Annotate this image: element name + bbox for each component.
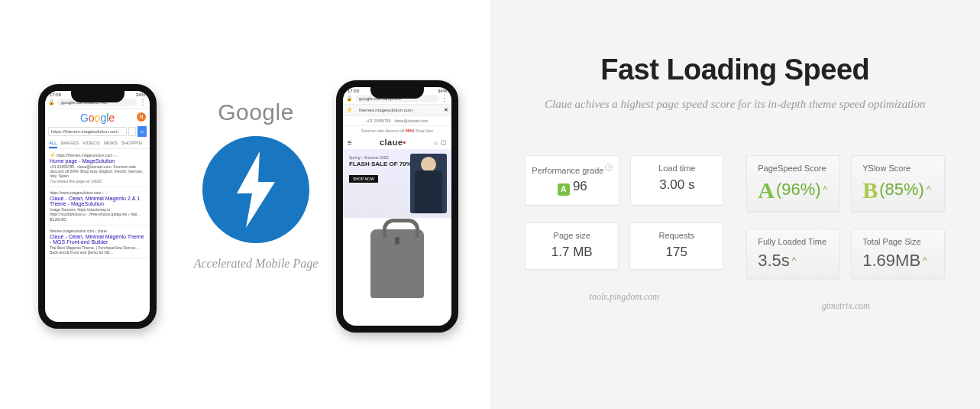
card-pagespeed-score: PageSpeed Score A(96%)^	[746, 155, 840, 212]
lock-icon: 🔒	[48, 99, 55, 105]
kebab-menu-icon: ⋮	[139, 100, 147, 105]
card-total-page-size: Total Page Size 1.69MB^	[851, 229, 945, 279]
amp-caption: Accelerated Mobile Page	[180, 257, 332, 271]
search-row: https://themes.magesolution.com ⌕	[45, 126, 150, 139]
metric-label: YSlow Score	[862, 164, 933, 173]
backpack-image	[370, 229, 424, 298]
grade-letter: B	[862, 177, 878, 203]
hero-model-image	[410, 154, 447, 213]
search-input: https://themes.magesolution.com	[48, 127, 127, 136]
search-result: https://www.magesolution.com › ... Claue…	[45, 187, 150, 226]
search-button-icon: ⌕	[137, 126, 147, 137]
kebab-menu-icon: ⋮	[441, 96, 448, 101]
caret-up-icon: ^	[927, 184, 931, 195]
status-time: 17:00	[348, 89, 359, 93]
amp-logo-block: Google Accelerated Mobile Page	[180, 99, 332, 271]
metric-label: Page size	[532, 231, 612, 240]
phone-notch	[71, 90, 125, 102]
amp-circle	[202, 136, 309, 243]
pingdom-column: Performance grade? A96 Load time 3.00 s …	[525, 155, 723, 312]
section-title: Fast Loading Speed	[521, 54, 950, 86]
card-page-size: Page size 1.7 MB	[525, 222, 619, 270]
source-label: gtmetrix.com	[746, 300, 945, 312]
result-title: Claue - Clean, Minimal Magento Theme - M…	[50, 234, 145, 245]
info-icon: ?	[605, 164, 613, 171]
close-icon: ✕	[444, 107, 448, 113]
metric-label: Fully Loaded Time	[758, 237, 829, 246]
tab-shopping: SHOPPIN	[121, 139, 142, 148]
cart-icon: ▢	[441, 139, 447, 146]
promo-bar: Summer sale discount off 50%! Shop Now	[343, 126, 451, 135]
search-tabs: ALL IMAGES VIDEOS NEWS SHOPPIN	[45, 139, 150, 149]
hamburger-icon: ≡	[348, 138, 352, 147]
metrics-grid: Performance grade? A96 Load time 3.00 s …	[521, 155, 950, 312]
caret-up-icon: ^	[823, 184, 828, 195]
hero-banner: Spring – Summer 2020 FLASH SALE OF 70% S…	[343, 149, 451, 218]
phone-mockup-amp-page: 17:00 34% 🔒 google.com/amp/s/th ⋮ ⚡ them…	[336, 80, 458, 333]
metric-label: PageSpeed Score	[758, 164, 829, 173]
result-price: $129.00	[50, 217, 145, 222]
metric-label: Total Page Size	[862, 237, 933, 246]
result-visited: You visited this page on 1/9/20	[50, 179, 145, 183]
metric-value: 1.7 MB	[532, 245, 612, 260]
metric-value: (85%)	[879, 180, 924, 199]
mic-icon	[128, 127, 136, 136]
account-avatar: N	[137, 112, 146, 122]
status-time: 17:00	[50, 93, 61, 97]
result-title: Home page - MageSolution	[50, 158, 145, 164]
store-logo: claue•	[380, 138, 406, 147]
google-logo: Google	[45, 109, 150, 126]
shop-now-button: SHOP NOW	[349, 175, 378, 183]
metric-value: 1.69MB	[862, 251, 920, 270]
svg-marker-0	[237, 151, 275, 228]
section-subtitle: Claue achives a highest page speed score…	[521, 96, 950, 113]
metric-value: 96	[573, 179, 587, 193]
metric-label: Performance grade	[532, 165, 603, 174]
search-icon: ⌕	[434, 139, 438, 146]
lightning-bolt-icon	[229, 151, 283, 228]
tab-videos: VIDEOS	[82, 139, 100, 148]
speed-panel: Fast Loading Speed Claue achives a highe…	[490, 0, 981, 409]
card-fully-loaded-time: Fully Loaded Time 3.5s^	[746, 229, 840, 279]
card-yslow-score: YSlow Score B(85%)^	[851, 155, 945, 212]
amp-badge-icon: ⚡	[346, 107, 353, 113]
amp-source-bar: ⚡ themes.magesolution.com ✕	[343, 105, 451, 116]
metric-label: Load time	[637, 164, 716, 173]
store-phone: +01 23456789	[366, 118, 390, 123]
store-contact-bar: +01 23456789 claue@domain.com	[343, 116, 451, 126]
metric-value: 175	[636, 245, 716, 260]
card-requests: Requests 175	[629, 222, 723, 270]
search-result: themes.magesolution.com › claue Claue - …	[45, 226, 150, 258]
phone-notch	[370, 86, 424, 99]
metric-value: (96%)	[776, 180, 821, 199]
amp-showcase-panel: 17:00 34% 🔒 google.com/search?sx ⋮ Googl…	[0, 0, 490, 409]
metric-label: Requests	[636, 231, 716, 240]
grade-letter: A	[758, 177, 775, 203]
search-result: ⚡https://themes.magesolution.com › ... H…	[45, 149, 150, 187]
google-word: Google	[180, 99, 332, 125]
store-header: ≡ claue• ⌕ ▢	[343, 135, 451, 149]
gtmetrix-column: PageSpeed Score A(96%)^ YSlow Score B(85…	[746, 155, 945, 312]
card-performance-grade: Performance grade? A96	[525, 155, 619, 206]
metric-value: 3.00 s	[637, 177, 716, 193]
result-url: themes.magesolution.com › claue	[50, 229, 145, 233]
phone-mockup-google-search: 17:00 34% 🔒 google.com/search?sx ⋮ Googl…	[38, 84, 157, 329]
tab-images: IMAGES	[61, 139, 79, 148]
card-load-time: Load time 3.00 s	[630, 155, 723, 206]
status-battery: 34%	[438, 89, 447, 93]
metric-value: 3.5s	[758, 251, 790, 270]
caret-up-icon: ^	[923, 255, 927, 266]
tab-all: ALL	[49, 139, 57, 148]
result-url: https://themes.magesolution.com › ...	[57, 153, 119, 157]
result-desc: +01 23456789 · claue@domain.com. Summer …	[50, 164, 145, 178]
source-label: tools.pingdom.com	[525, 291, 723, 303]
caret-up-icon: ^	[792, 255, 797, 266]
lock-icon: 🔒	[346, 96, 353, 102]
status-battery: 34%	[136, 93, 145, 97]
amp-badge-icon: ⚡	[50, 152, 55, 157]
result-desc: The Best Magento Theme. | PurchaseView D…	[50, 245, 145, 255]
product-image	[343, 218, 451, 310]
amp-source-url: themes.magesolution.com	[355, 106, 441, 114]
result-title: Claue - Clean, Minimal Magento 2 & 1 The…	[50, 196, 145, 206]
result-url: https://www.magesolution.com › ...	[50, 190, 145, 195]
